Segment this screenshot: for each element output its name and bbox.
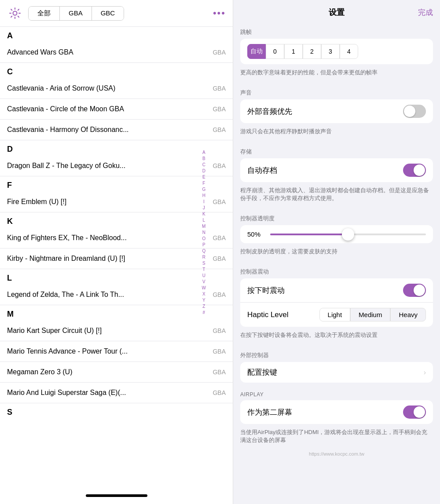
section-l: L [0, 269, 233, 285]
list-item[interactable]: King of Fighters EX, The - NeoBlood... G… [0, 228, 233, 248]
alpha-u[interactable]: U [202, 273, 206, 279]
opacity-desc: 控制皮肤的透明度，这需要皮肤的支持 [233, 245, 440, 261]
alpha-o[interactable]: O [202, 236, 206, 242]
list-item[interactable]: Castlevania - Circle of the Moon GBA GBA [0, 99, 233, 120]
settings-title: 设置 [329, 7, 345, 18]
skip-btn-2[interactable]: 2 [303, 44, 321, 59]
list-item[interactable]: Kirby - Nightmare in Dreamland (U) [!] G… [0, 248, 233, 269]
alpha-w[interactable]: W [202, 285, 206, 291]
right-header: 设置 完成 [233, 0, 440, 21]
list-item[interactable]: Advanced Wars GBA GBA [0, 42, 233, 63]
haptic-medium[interactable]: Medium [350, 308, 390, 321]
ext-controller-section: 外部控制器 配置按键 › [233, 344, 440, 383]
alpha-k[interactable]: K [202, 211, 206, 217]
storage-card: 自动存档 [240, 158, 433, 182]
skip-btn-1[interactable]: 1 [284, 44, 303, 59]
left-panel: 全部 GBA GBC ••• A Advanced Wars GBA GBA C… [0, 0, 233, 504]
skip-btn-0[interactable]: 0 [266, 44, 284, 59]
alpha-g[interactable]: G [202, 186, 206, 193]
audio-section-label: 声音 [233, 82, 440, 99]
chevron-right-icon: › [424, 369, 426, 376]
frame-skip-desc: 更高的数字意味着更好的性能，但是会带来更低的帧率 [233, 66, 440, 82]
svg-point-0 [13, 11, 17, 15]
second-screen-toggle[interactable] [403, 405, 426, 419]
alpha-x[interactable]: X [202, 291, 206, 297]
opacity-slider-container: 50% [247, 230, 426, 238]
ext-controller-label: 外部控制器 [233, 344, 440, 362]
alpha-d[interactable]: D [202, 168, 206, 174]
skip-btn-3[interactable]: 3 [321, 44, 340, 59]
alpha-h[interactable]: H [202, 193, 206, 199]
watermark: https://www.kocpc.com.tw [233, 449, 440, 458]
haptic-light[interactable]: Light [319, 308, 351, 321]
list-item[interactable]: Mario Tennis Advance - Power Tour (... G… [0, 341, 233, 362]
alpha-i[interactable]: I [202, 199, 206, 205]
alpha-a[interactable]: A [202, 150, 206, 156]
bottom-bar [86, 494, 147, 497]
alpha-p[interactable]: P [202, 242, 206, 248]
alpha-b[interactable]: B [202, 156, 206, 162]
auto-save-label: 自动存档 [247, 165, 277, 175]
game-list: A Advanced Wars GBA GBA C Castlevania - … [0, 27, 233, 489]
opacity-track[interactable] [270, 234, 426, 235]
section-f: F [0, 176, 233, 192]
list-item[interactable]: Castlevania - Harmony Of Dissonanc... GB… [0, 120, 233, 140]
alpha-z[interactable]: Z [202, 303, 206, 310]
list-item[interactable]: Dragon Ball Z - The Legacy of Goku... GB… [0, 156, 233, 176]
haptic-group: Light Medium Heavy [319, 308, 426, 321]
second-screen-row: 作为第二屏幕 [240, 400, 433, 424]
controller-opacity-section: 控制器透明度 50% 控制皮肤的透明度，这需要皮肤的支持 [233, 208, 440, 261]
airplay-label: AIRPLAY [233, 384, 440, 400]
vibration-section-label: 控制器震动 [233, 261, 440, 278]
list-item[interactable]: Castlevania - Aria of Sorrow (USA) GBA [0, 78, 233, 99]
left-header: 全部 GBA GBC ••• [0, 0, 233, 27]
alpha-f[interactable]: F [202, 180, 206, 186]
alpha-l[interactable]: L [202, 217, 206, 223]
auto-save-desc: 程序崩溃、其他游戏载入、退出游戏时都会创建自动存档。但是这是应急备份手段，不应作… [233, 184, 440, 208]
haptic-heavy[interactable]: Heavy [390, 308, 426, 321]
list-item[interactable]: Fire Emblem (U) [!] GBA [0, 192, 233, 212]
frame-skip-label: 跳帧 [233, 21, 440, 39]
auto-save-toggle[interactable] [403, 164, 426, 177]
alpha-s[interactable]: S [202, 260, 206, 267]
tab-gba[interactable]: GBA [60, 7, 92, 20]
opacity-fill [270, 234, 348, 235]
alpha-v[interactable]: V [202, 279, 206, 285]
ext-controller-card: 配置按键 › [240, 362, 433, 383]
tab-all[interactable]: 全部 [29, 7, 60, 20]
alpha-j[interactable]: J [202, 205, 206, 211]
opacity-slider-row: 50% [240, 225, 433, 243]
list-item[interactable]: Mario Kart Super Circuit (U) [!] GBA [0, 321, 233, 341]
alpha-e[interactable]: E [202, 174, 206, 180]
section-s: S [0, 403, 233, 419]
skip-btn-auto[interactable]: 自动 [247, 44, 266, 59]
gear-button[interactable] [7, 5, 23, 21]
alpha-t[interactable]: T [202, 267, 206, 273]
external-audio-toggle[interactable] [403, 105, 426, 118]
external-audio-desc: 游戏只会在其他程序静默时播放声音 [233, 125, 440, 141]
config-keys-row[interactable]: 配置按键 › [240, 362, 433, 383]
controller-opacity-label: 控制器透明度 [233, 208, 440, 225]
opacity-thumb[interactable] [342, 228, 354, 241]
tab-gbc[interactable]: GBC [92, 7, 124, 20]
second-screen-desc: 当使用AirPlay或连接到了HDMI，游戏将会出现在显示器上，而手柄则会充满这… [233, 426, 440, 449]
skip-btn-4[interactable]: 4 [340, 44, 358, 59]
haptic-row: 按下时震动 [240, 278, 433, 303]
section-m: M [0, 305, 233, 321]
list-item[interactable]: Mario And Luigi Superstar Saga (E)(... G… [0, 383, 233, 403]
list-item[interactable]: Legend of Zelda, The - A Link To Th... G… [0, 285, 233, 305]
alpha-c[interactable]: C [202, 162, 206, 168]
alpha-hash[interactable]: # [202, 310, 206, 316]
alpha-y[interactable]: Y [202, 297, 206, 303]
list-item[interactable]: Megaman Zero 3 (U) GBA [0, 362, 233, 383]
external-audio-label: 外部音频优先 [247, 106, 292, 117]
alpha-n[interactable]: N [202, 230, 206, 236]
external-audio-row: 外部音频优先 [240, 99, 433, 123]
more-button[interactable]: ••• [213, 7, 226, 19]
alpha-m[interactable]: M [202, 223, 206, 230]
opacity-card: 50% [240, 225, 433, 243]
haptic-toggle[interactable] [403, 284, 426, 297]
done-button[interactable]: 完成 [418, 7, 433, 18]
alpha-r[interactable]: R [202, 254, 206, 260]
alpha-q[interactable]: Q [202, 248, 206, 254]
